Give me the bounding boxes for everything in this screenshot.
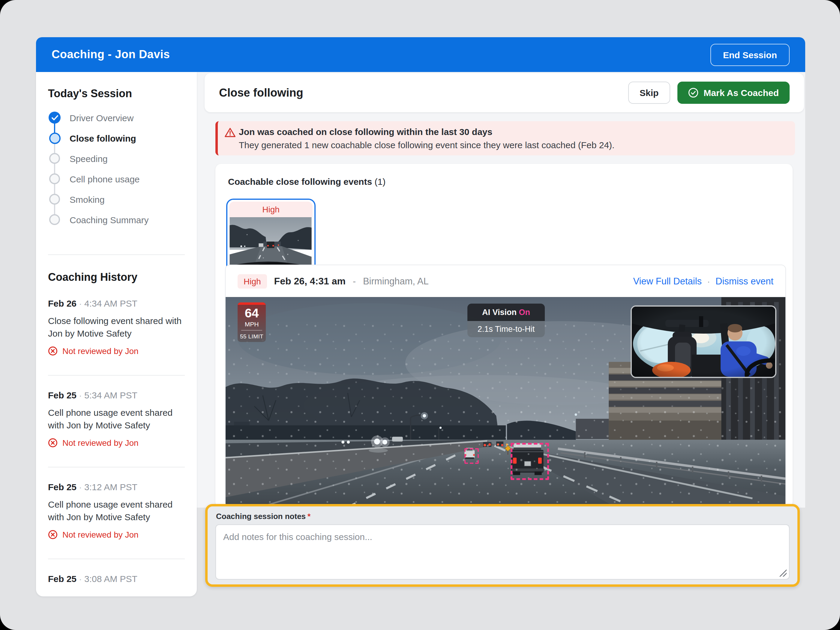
- step-completed-icon: [48, 112, 61, 123]
- ai-vision-status: AI Vision On: [467, 303, 545, 321]
- history-status: Not reviewed by Jon: [48, 438, 187, 448]
- view-full-details-link[interactable]: View Full Details: [633, 276, 702, 286]
- history-date: Feb 26: [48, 298, 76, 308]
- dot-separator: ·: [76, 390, 84, 400]
- dot-separator: ·: [76, 298, 84, 308]
- step-label: Cell phone usage: [69, 174, 140, 184]
- speed-overlay: 64 MPH 55 LIMIT: [238, 302, 266, 342]
- warning-triangle-icon: [224, 127, 236, 138]
- sidebar-step-driver-overview[interactable]: Driver Overview: [48, 107, 185, 128]
- history-status: Not reviewed by Jon: [48, 530, 187, 539]
- mark-as-coached-label: Mark As Coached: [704, 88, 779, 98]
- dot-separator: ·: [707, 276, 710, 286]
- event-datetime: Feb 26, 4:31 am: [274, 276, 346, 286]
- sidebar-step-speeding[interactable]: Speeding: [48, 148, 185, 169]
- coachable-events-title: Coachable close following events (1): [228, 177, 385, 186]
- event-links: View Full Details · Dismiss event: [633, 276, 774, 286]
- history-entry-header: Feb 26·4:34 AM PST: [48, 298, 187, 308]
- speed-alert-bar: [238, 302, 266, 305]
- driver-camera-image: [632, 306, 775, 377]
- sidebar-step-smoking[interactable]: Smoking: [48, 189, 185, 209]
- coaching-notes-input[interactable]: [215, 524, 789, 579]
- history-entry-header: Feb 25·3:08 AM PST: [48, 573, 187, 584]
- not-reviewed-icon: [48, 438, 58, 448]
- sidebar-step-coaching-summary[interactable]: Coaching Summary: [48, 209, 185, 230]
- end-session-button[interactable]: End Session: [711, 44, 789, 66]
- not-reviewed-icon: [48, 346, 58, 356]
- history-description: Cell phone usage event shared with Jon b…: [48, 406, 187, 431]
- history-description: Cell phone usage event shared with Jon b…: [48, 498, 187, 523]
- history-time: 5:34 AM PST: [84, 390, 137, 400]
- history-date: Feb 25: [48, 390, 76, 400]
- sidebar-divider: [48, 375, 185, 376]
- sidebar: Today's Session Driver Overview Close fo…: [36, 72, 197, 597]
- coached-recently-alert: Jon was coached on close following withi…: [215, 121, 795, 155]
- history-date: Feb 25: [48, 573, 76, 584]
- step-label: Smoking: [69, 194, 105, 204]
- history-time: 4:34 AM PST: [84, 298, 137, 308]
- severity-badge: High: [238, 274, 267, 288]
- history-status: Not reviewed by Jon: [48, 346, 187, 356]
- history-entry: Feb 25·5:34 AM PST Cell phone usage even…: [48, 390, 187, 448]
- thumbnail-road-image: [229, 217, 312, 272]
- history-entry-header: Feb 25·5:34 AM PST: [48, 390, 187, 400]
- step-active-icon: [48, 132, 61, 144]
- history-status-text: Not reviewed by Jon: [62, 346, 139, 356]
- step-upcoming-icon: [48, 174, 61, 184]
- history-status-text: Not reviewed by Jon: [62, 530, 139, 539]
- coaching-history-title: Coaching History: [48, 271, 137, 284]
- window-title: Coaching - Jon Davis: [52, 48, 170, 61]
- history-time: 3:08 AM PST: [84, 573, 137, 584]
- coaching-topic-header: Close following Skip Mark As Coached: [205, 73, 804, 112]
- history-entry: Feb 25·3:08 AM PST: [48, 573, 187, 584]
- history-time: 3:12 AM PST: [84, 482, 137, 492]
- sidebar-divider: [48, 467, 185, 467]
- step-upcoming-icon: [48, 153, 61, 164]
- header-actions: Skip Mark As Coached: [628, 82, 789, 104]
- coachable-events-title-text: Coachable close following events: [228, 177, 372, 186]
- thumbnail-severity-badge: High: [229, 202, 313, 217]
- event-card: High Feb 26, 4:31 am - Birmingham, AL Vi…: [225, 265, 786, 508]
- check-circle-icon: [688, 88, 698, 98]
- event-thumbnail[interactable]: High: [226, 199, 316, 275]
- history-entry-header: Feb 25·3:12 AM PST: [48, 482, 187, 492]
- alert-title: Jon was coached on close following withi…: [239, 126, 795, 137]
- session-stepper: Driver Overview Close following Speeding…: [48, 107, 185, 230]
- speed-unit: MPH: [238, 321, 266, 328]
- sidebar-step-cell-phone-usage[interactable]: Cell phone usage: [48, 169, 185, 189]
- ai-vision-overlay: AI Vision On 2.1s Time-to-Hit: [467, 303, 545, 337]
- todays-session-title: Today's Session: [48, 88, 132, 100]
- dot-separator: ·: [76, 573, 84, 584]
- screen: Coaching - Jon Davis End Session Today's…: [0, 0, 840, 630]
- sidebar-divider: [48, 559, 185, 559]
- not-reviewed-icon: [48, 530, 58, 539]
- step-label: Coaching Summary: [69, 215, 148, 225]
- event-card-header: High Feb 26, 4:31 am - Birmingham, AL Vi…: [226, 265, 785, 297]
- page-title: Close following: [219, 86, 303, 99]
- mark-as-coached-button[interactable]: Mark As Coached: [677, 82, 789, 104]
- dismiss-event-link[interactable]: Dismiss event: [715, 276, 774, 286]
- top-bar: Coaching - Jon Davis End Session: [36, 37, 805, 72]
- required-asterisk: *: [308, 512, 311, 521]
- dashcam-video-player[interactable]: 64 MPH 55 LIMIT AI Vision On 2.1s Time-t…: [226, 297, 785, 507]
- ai-detection-box-far-vehicle: [464, 448, 479, 464]
- speed-divider: [241, 330, 262, 331]
- ai-vision-state: On: [519, 308, 531, 317]
- dot-separator: ·: [76, 482, 84, 492]
- textarea-resize-handle[interactable]: [779, 569, 786, 576]
- sidebar-step-close-following[interactable]: Close following: [48, 128, 185, 148]
- coachable-events-count: (1): [374, 177, 385, 186]
- ai-vision-label: AI Vision: [482, 308, 516, 317]
- ai-detection-box-lead-vehicle: [511, 443, 549, 480]
- step-label: Driver Overview: [69, 112, 134, 123]
- coachable-events-panel: Coachable close following events (1) Hig…: [215, 164, 793, 508]
- history-entry: Feb 25·3:12 AM PST Cell phone usage even…: [48, 482, 187, 539]
- speed-limit: 55 LIMIT: [238, 333, 266, 339]
- history-description: Close following event shared with Jon by…: [48, 314, 187, 339]
- coaching-app: Coaching - Jon Davis End Session Today's…: [0, 0, 840, 630]
- skip-button[interactable]: Skip: [628, 82, 670, 104]
- notes-label-text: Coaching session notes: [216, 512, 306, 521]
- time-to-hit-value: 2.1s Time-to-Hit: [467, 321, 545, 337]
- sidebar-divider: [48, 254, 185, 255]
- history-entry: Feb 26·4:34 AM PST Close following event…: [48, 298, 187, 356]
